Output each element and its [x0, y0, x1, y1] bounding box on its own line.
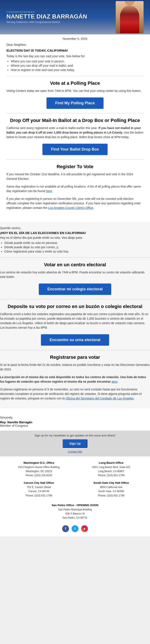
contact-me-link[interactable]: Contact Me: [68, 450, 82, 453]
spanish-dropbox-button-container: Encuentre su urna electoral: [0, 334, 150, 346]
polling-section-text: Voting Centers today are open from 7AM t…: [6, 88, 144, 93]
greeting: Dear Neighbor,: [6, 43, 144, 46]
spanish-register-header: Registrarse para votar: [0, 354, 150, 360]
spanish-register-para2: La inscripción en el mismo día no está d…: [0, 375, 150, 384]
carson-address2: Carson, CA 90745: [4, 489, 74, 494]
south-gate-phone: Phone: (310) 831-1799: [77, 494, 146, 498]
polling-button-container: Find My Polling Place: [6, 98, 144, 109]
bullet-item-3: How to register to vote and cast your vo…: [11, 68, 144, 72]
spanish-divider-1: [0, 258, 150, 258]
spanish-register-para1: Si se le pasó la fecha límite del 21 de …: [0, 363, 150, 372]
election-header: ELECTION DAY IS TODAY, CALIFORNIA!: [6, 48, 144, 52]
spanish-polling-header: Votar en un centro electoral: [0, 262, 150, 268]
carson-office-name: Carson City Hall Office: [4, 481, 74, 485]
spanish-polling-text: Los centros de votación hoy están abiert…: [0, 270, 150, 279]
spanish-divider-2: [0, 299, 150, 300]
header-banner: CONGRESSWOMAN NANETTE DIAZ BARRAGÁN Serv…: [0, 0, 150, 34]
spanish-divider-3: [0, 350, 150, 350]
la-county-clerk-link[interactable]: Los Angeles County Clerk's Office: [48, 206, 93, 210]
carson-address1: 701 E. Carson Street: [4, 485, 74, 489]
san-pedro-office: San Pedro Office - OPENING SOON San Pedr…: [0, 502, 150, 523]
newsletter-text: Sign up for my newsletter to get updates…: [6, 434, 144, 437]
twitter-icon[interactable]: t: [72, 525, 78, 532]
register-here-link[interactable]: here: [46, 189, 52, 193]
find-polling-place-button[interactable]: Find My Polling Place: [47, 98, 103, 109]
register-para2-start: Same-day registration is not available a…: [6, 185, 142, 193]
dc-office-address2: Washington, DC 20515: [4, 469, 74, 474]
register-para2-end: .: [52, 189, 53, 193]
carson-phone: Phone: (310) 831-1799: [4, 494, 74, 498]
spanish-polling-button-container: Encontrar mi colegio electoral: [0, 284, 150, 295]
spanish-section: Querido vecino, ¡HOY ES EL DÍA DE LAS EL…: [0, 222, 150, 408]
email-date: November 5, 2024: [0, 34, 150, 43]
south-gate-address1: 8650 California Ave: [77, 485, 146, 489]
spanish-register-para3-end: .: [134, 397, 134, 400]
long-beach-address2: Long Beach, CA 90807: [77, 469, 146, 474]
email-container: CONGRESSWOMAN NANETTE DIAZ BARRAGÁN Serv…: [0, 0, 150, 536]
signature-name: Rep. Nanette Barragán: [0, 420, 150, 424]
long-beach-address1: 4201 Long Beach Blvd, Suite 422: [77, 465, 146, 469]
carson-office: Carson City Hall Office 701 E. Carson St…: [4, 481, 74, 498]
south-gate-office-name: South Gate City Hall Office: [77, 481, 146, 485]
spanish-bullets: Dónde puede emitir su voto en persona; D…: [4, 241, 150, 253]
sincerely-block: Sincerely, Rep. Nanette Barragán Member …: [0, 412, 150, 430]
register-para3: If you plan on registering in person on …: [6, 196, 144, 210]
polling-section-header: Vote at a Polling Place: [6, 80, 144, 86]
intro-bullets: Where you can cast your vote in person; …: [11, 60, 144, 72]
san-pedro-address1: 638 S Beacon St: [4, 512, 146, 516]
footer-newsletter: Sign up for my newsletter to get updates…: [0, 430, 150, 456]
spanish-register-para2-end: .: [117, 380, 118, 383]
spanish-greeting: Querido vecino,: [0, 226, 150, 230]
long-beach-phone: Phone: (310) 831-1799: [77, 474, 146, 478]
long-beach-office-name: Long Beach Office: [77, 461, 146, 465]
signature-title: Member of Congress: [0, 424, 150, 428]
divider-1: [6, 76, 144, 76]
spanish-aqui-link[interactable]: aquí: [111, 380, 117, 383]
spanish-bullet-3: Cómo registrarse para votar y emitir su …: [4, 250, 150, 253]
signup-button[interactable]: Sign Up: [63, 439, 88, 448]
san-pedro-building: San Pedro Municipal Building: [4, 508, 146, 512]
congresswoman-name: NANETTE DIAZ BARRAGÁN: [6, 13, 116, 20]
san-pedro-office-name: San Pedro Office - OPENING SOON: [4, 503, 146, 508]
dc-office-address1: 2312 Rayburn House Office Building: [4, 465, 74, 469]
dropbox-section-header: Drop Off your Mail-In Ballot at a Drop B…: [6, 118, 144, 123]
spanish-hoy-header: ¡HOY ES EL DÍA DE LAS ELECCIONES EN CALI…: [0, 231, 150, 235]
spanish-register-para2-bold: La inscripción en el mismo día no está d…: [0, 375, 146, 383]
encuentre-urna-button[interactable]: Encuentre su urna electoral: [41, 334, 109, 346]
spanish-dropbox-text: California envió a todos los votantes re…: [0, 312, 150, 330]
congresswoman-photo: [116, 1, 144, 33]
sincerely-text: Sincerely,: [0, 416, 150, 419]
spanish-bullet-2: Dónde puede dejar su voto por correo, y;: [4, 246, 150, 249]
offices-section: Washington D.C. Office 2312 Rayburn Hous…: [0, 456, 150, 502]
long-beach-office: Long Beach Office 4201 Long Beach Blvd, …: [77, 461, 146, 478]
spanish-register-para3: Si planea registrarse en persona el 5 de…: [0, 387, 150, 401]
photo-head: [124, 1, 135, 6]
spanish-dropbox-header: Deposite su voto por correo en un buzón …: [0, 304, 150, 309]
photo-body: [120, 6, 139, 33]
register-para2: Same-day registration is not available a…: [6, 184, 144, 193]
spanish-oficina-link[interactable]: Oficina del Secretario del Condado de Lo…: [66, 397, 134, 400]
find-ballot-dropbox-button[interactable]: Find Your Ballot Drop Box: [42, 144, 107, 155]
south-gate-address2: South Gate, CA 90280: [77, 489, 146, 494]
dc-office-phone: Phone: (202) 225-8220: [4, 474, 74, 478]
congresswoman-subtitle: Serving California's 44th Congressional …: [6, 21, 116, 24]
spanish-intro: Hoy es el último día que puede emitir su…: [0, 236, 150, 240]
bullet-item-1: Where you can cast your vote in person;: [11, 60, 144, 63]
social-icons: f t ●: [0, 523, 150, 536]
south-gate-office: South Gate City Hall Office 8650 Califor…: [77, 481, 146, 498]
congresswoman-label: CONGRESSWOMAN: [6, 11, 116, 13]
register-section-header: Register To Vote: [6, 164, 144, 170]
san-pedro-address2: San Pedro, CA 90731: [4, 516, 146, 520]
instagram-icon[interactable]: ●: [81, 525, 88, 532]
dc-office-name: Washington D.C. Office: [4, 461, 74, 465]
dropbox-text-intro: California sent every registered voter a…: [6, 126, 98, 130]
facebook-icon[interactable]: f: [62, 525, 69, 532]
encontrar-colegio-button[interactable]: Encontrar mi colegio electoral: [39, 284, 111, 295]
body-content: Dear Neighbor, ELECTION DAY IS TODAY, CA…: [0, 43, 150, 218]
bullet-item-2: Where you can drop off your mail in ball…: [11, 64, 144, 67]
header-text-block: CONGRESSWOMAN NANETTE DIAZ BARRAGÁN Serv…: [6, 11, 116, 24]
dropbox-section-text: California sent every registered voter a…: [6, 126, 144, 140]
register-para3-end: .: [93, 206, 94, 210]
intro-text: Today is the last day you can cast your …: [6, 54, 144, 58]
dropbox-button-container: Find Your Ballot Drop Box: [6, 144, 144, 155]
